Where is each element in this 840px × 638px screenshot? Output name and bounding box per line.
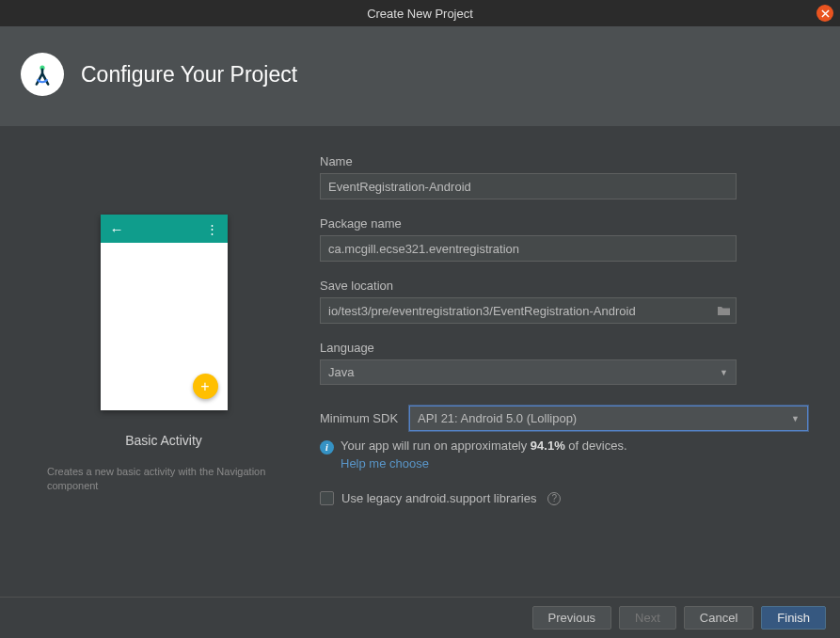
compat-text: Your app will run on approximately 94.1%… [341,439,627,455]
save-location-input[interactable]: io/test3/pre/eventregistration3/EventReg… [320,297,737,324]
fab-plus-icon: + [193,374,218,399]
template-description: Creates a new basic activity with the Na… [43,465,284,494]
compat-info: i Your app will run on approximately 94.… [320,439,808,455]
form: Name EventRegistration-Android Package n… [320,154,808,587]
bottom-bar: Previous Next Cancel Finish [0,597,840,638]
legacy-checkbox[interactable] [320,491,334,505]
browse-folder-icon[interactable] [715,303,732,318]
back-arrow-icon: ← [110,221,124,237]
language-label: Language [320,341,808,355]
titlebar: Create New Project [0,0,840,26]
previous-button[interactable]: Previous [532,606,612,630]
chevron-down-icon: ▼ [720,368,728,377]
next-button[interactable]: Next [619,606,676,630]
header: Configure Your Project [0,26,840,126]
language-select-value: Java [328,365,354,379]
legacy-checkbox-row: Use legacy android.support libraries ? [320,491,808,505]
package-input[interactable]: ca.mcgill.ecse321.eventregistration [320,235,737,262]
name-input[interactable]: EventRegistration-Android [320,173,737,199]
name-input-value: EventRegistration-Android [328,180,471,194]
compat-prefix: Your app will run on approximately [341,439,531,453]
package-input-value: ca.mcgill.ecse321.eventregistration [328,242,519,256]
legacy-label: Use legacy android.support libraries [341,491,536,505]
save-location-value: io/test3/pre/eventregistration3/EventReg… [328,304,636,318]
compat-suffix: of devices. [565,439,627,453]
help-icon[interactable]: ? [547,492,561,505]
content: ← ⋮ + Basic Activity Creates a new basic… [0,126,840,587]
template-preview: ← ⋮ + Basic Activity Creates a new basic… [36,154,292,587]
min-sdk-label: Minimum SDK [320,411,398,425]
phone-preview: ← ⋮ + [101,215,228,410]
language-select[interactable]: Java ▼ [320,359,737,385]
cancel-button[interactable]: Cancel [684,606,753,630]
compat-pct: 94.1% [531,439,565,453]
close-icon[interactable] [816,5,833,22]
android-studio-logo-icon [21,53,64,96]
min-sdk-select[interactable]: API 21: Android 5.0 (Lollipop) ▼ [409,406,808,431]
min-sdk-value: API 21: Android 5.0 (Lollipop) [418,411,577,425]
preview-appbar: ← ⋮ [101,215,228,243]
name-label: Name [320,154,808,168]
info-icon: i [320,440,334,455]
finish-button[interactable]: Finish [761,606,826,630]
chevron-down-icon: ▼ [791,414,800,423]
more-vert-icon: ⋮ [206,223,218,235]
help-me-choose-link[interactable]: Help me choose [341,456,808,471]
template-name: Basic Activity [125,433,202,448]
window-title: Create New Project [367,7,473,21]
page-title: Configure Your Project [81,62,297,88]
save-location-label: Save location [320,279,808,293]
package-label: Package name [320,216,808,231]
min-sdk-row: Minimum SDK API 21: Android 5.0 (Lollipo… [320,406,808,431]
